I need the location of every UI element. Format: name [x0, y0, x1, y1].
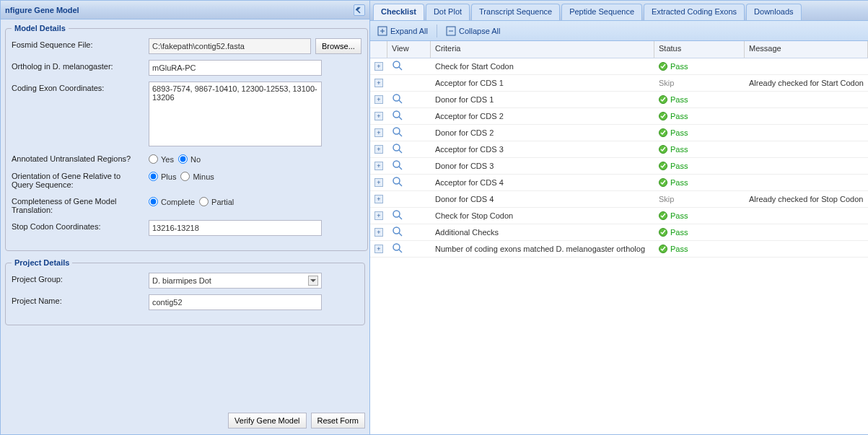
verify-gene-model-button[interactable]: Verify Gene Model [228, 413, 307, 429]
criteria-cell: Donor for CDS 3 [431, 159, 654, 172]
svg-point-5 [393, 128, 400, 134]
message-cell [745, 214, 868, 218]
svg-point-2 [393, 61, 400, 68]
table-row: +Acceptor for CDS 2Pass [370, 108, 868, 125]
tab-checklist[interactable]: Checklist [373, 4, 424, 20]
expand-row-icon[interactable]: + [374, 95, 383, 104]
magnifier-icon[interactable] [392, 242, 403, 254]
table-row: +Donor for CDS 4SkipAlready checked for … [370, 191, 868, 208]
header-criteria[interactable]: Criteria [431, 41, 654, 58]
annot-yes-radio[interactable]: Yes [149, 154, 174, 164]
toolbar-separator [437, 25, 437, 38]
message-cell [745, 64, 868, 69]
expand-row-icon[interactable]: + [374, 228, 383, 237]
orient-minus-radio[interactable]: Minus [180, 172, 214, 181]
tab-transcript-sequence[interactable]: Transcript Sequence [471, 4, 560, 20]
message-cell: Already checked for Stop Codon [745, 193, 868, 206]
message-cell: Already checked for Start Codon [745, 76, 868, 89]
check-icon [659, 62, 667, 71]
message-cell [745, 131, 868, 135]
svg-point-6 [393, 144, 400, 151]
check-icon [659, 145, 667, 154]
table-row: +Acceptor for CDS 1SkipAlready checked f… [370, 75, 868, 92]
table-row: +Donor for CDS 3Pass [370, 158, 868, 175]
tab-peptide-sequence[interactable]: Peptide Sequence [561, 4, 642, 20]
message-cell [745, 114, 868, 118]
magnifier-icon[interactable] [392, 110, 403, 121]
tab-dot-plot[interactable]: Dot Plot [426, 4, 470, 20]
magnifier-icon[interactable] [392, 226, 403, 237]
grid-body: +Check for Start CodonPass+Acceptor for … [370, 58, 868, 258]
project-group-select[interactable]: D. biarmipes Dot [149, 273, 322, 289]
svg-point-8 [393, 177, 400, 184]
reset-form-button[interactable]: Reset Form [311, 413, 365, 429]
criteria-cell: Number of coding exons matched D. melano… [431, 242, 654, 255]
checklist-toolbar: Expand All Collapse All [370, 21, 868, 41]
expand-row-icon[interactable]: + [374, 145, 383, 154]
expand-all-button[interactable]: Expand All [374, 25, 431, 38]
svg-point-10 [393, 227, 400, 234]
stop-codon-input[interactable] [149, 220, 322, 236]
ortholog-input[interactable] [149, 60, 322, 76]
expand-row-icon[interactable]: + [374, 211, 383, 220]
tab-extracted-coding-exons[interactable]: Extracted Coding Exons [644, 4, 745, 20]
collapse-all-button[interactable]: Collapse All [443, 25, 503, 38]
check-icon [659, 162, 667, 170]
fosmid-input[interactable] [149, 38, 311, 54]
header-view[interactable]: View [387, 41, 431, 58]
panel-header: nfigure Gene Model [1, 1, 369, 19]
browse-button[interactable]: Browse... [315, 38, 361, 54]
magnifier-icon[interactable] [392, 176, 403, 188]
table-row: +Donor for CDS 1Pass [370, 92, 868, 108]
status-cell: Pass [654, 159, 745, 172]
expand-row-icon[interactable]: + [374, 162, 383, 170]
magnifier-icon[interactable] [392, 93, 403, 105]
completeness-label: Completeness of Gene Model Translation: [12, 195, 149, 214]
expand-row-icon[interactable]: + [374, 178, 383, 187]
magnifier-icon[interactable] [392, 60, 403, 71]
header-expander [370, 41, 387, 58]
expand-row-icon[interactable]: + [374, 245, 383, 253]
magnifier-icon[interactable] [392, 143, 403, 154]
magnifier-icon[interactable] [392, 209, 403, 221]
complete-partial-radio[interactable]: Partial [199, 197, 234, 206]
magnifier-icon[interactable] [392, 159, 403, 171]
annot-no-radio[interactable]: No [178, 154, 201, 164]
form-body: Model Details Fosmid Sequence File: Brow… [1, 19, 369, 410]
status-cell: Pass [654, 126, 745, 139]
expand-row-icon[interactable]: + [374, 79, 383, 87]
coding-exon-textarea[interactable] [149, 82, 322, 146]
check-icon [659, 211, 667, 220]
check-icon [659, 95, 667, 104]
tab-downloads[interactable]: Downloads [746, 4, 801, 20]
criteria-cell: Donor for CDS 1 [431, 93, 654, 106]
message-cell [745, 180, 868, 185]
expand-row-icon[interactable]: + [374, 128, 383, 137]
header-status[interactable]: Status [654, 41, 745, 58]
tabstrip: ChecklistDot PlotTranscript SequencePept… [370, 1, 868, 21]
button-row: Verify Gene Model Reset Form [1, 410, 369, 434]
status-cell: Pass [654, 93, 745, 106]
message-cell [745, 97, 868, 102]
orient-plus-radio[interactable]: Plus [149, 172, 176, 181]
expand-row-icon[interactable]: + [374, 62, 383, 71]
status-cell: Skip [654, 193, 745, 206]
expand-row-icon[interactable]: + [374, 195, 383, 203]
expand-row-icon[interactable]: + [374, 112, 383, 120]
message-cell [745, 147, 868, 151]
criteria-cell: Acceptor for CDS 1 [431, 76, 654, 89]
magnifier-icon[interactable] [392, 126, 403, 138]
collapse-left-icon[interactable] [354, 4, 365, 16]
project-details-fieldset: Project Details Project Group: D. biarmi… [5, 258, 365, 325]
header-message[interactable]: Message [745, 41, 868, 58]
grid-header: View Criteria Status Message [370, 41, 868, 58]
criteria-cell: Donor for CDS 4 [431, 193, 654, 206]
panel-title: nfigure Gene Model [5, 6, 79, 14]
collapse-all-icon [446, 26, 456, 36]
project-name-input[interactable] [149, 294, 322, 310]
status-cell: Pass [654, 143, 745, 156]
complete-complete-radio[interactable]: Complete [149, 197, 195, 206]
criteria-cell: Donor for CDS 2 [431, 126, 654, 139]
configure-gene-model-panel: nfigure Gene Model Model Details Fosmid … [0, 0, 370, 435]
status-cell: Pass [654, 60, 745, 73]
